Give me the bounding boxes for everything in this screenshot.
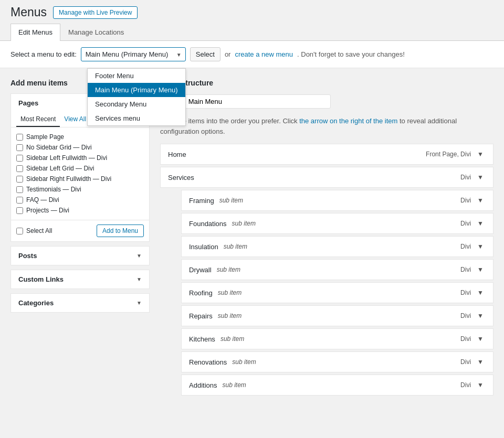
menu-item-badge: Divi	[460, 197, 471, 204]
tab-manage-locations[interactable]: Manage Locations	[60, 24, 132, 40]
menu-structure-title: Menu structure	[160, 79, 494, 87]
menu-name-row: Name	[160, 94, 494, 109]
menu-item-insulation: Insulation sub item Divi ▼	[181, 236, 494, 257]
menu-item-type: sub item	[219, 197, 243, 204]
select-button[interactable]: Select	[190, 47, 220, 61]
menu-item-chevron-icon[interactable]: ▼	[475, 173, 486, 182]
menu-item-badge: Front Page, Divi	[426, 151, 471, 158]
pages-tab-view-all[interactable]: View All	[60, 112, 90, 127]
menu-item-additions: Additions sub item Divi ▼	[181, 375, 494, 396]
menu-item-name: Repairs	[189, 312, 213, 320]
pages-tab-most-recent[interactable]: Most Recent	[16, 112, 60, 127]
page-label: Sample Page	[26, 133, 64, 141]
page-label: Sidebar Right Fullwidth — Divi	[26, 175, 111, 183]
page-checkbox-no-sidebar[interactable]	[16, 144, 23, 151]
right-panel: Menu structure Name Drag the items into …	[150, 79, 494, 398]
menu-item-renovations: Renovations sub item Divi ▼	[181, 351, 494, 372]
menu-select-dropdown[interactable]: Main Menu (Primary Menu)	[81, 47, 186, 61]
menu-item-home: Home Front Page, Divi ▼	[160, 144, 494, 165]
menu-item-right: Divi ▼	[460, 357, 486, 367]
menu-item-chevron-icon[interactable]: ▼	[475, 288, 486, 297]
list-item: FAQ — Divi	[16, 195, 144, 205]
menu-item-right: Divi ▼	[460, 288, 486, 297]
page-checkbox-sidebar-left-full[interactable]	[16, 155, 23, 162]
select-all-row: Select All Add to Menu	[11, 220, 149, 241]
menu-item-chevron-icon[interactable]: ▼	[475, 242, 486, 251]
page-checkbox-testimonials[interactable]	[16, 186, 23, 193]
menu-item-type: sub item	[224, 243, 247, 250]
list-item: Sample Page	[16, 132, 144, 142]
menu-item-right: Divi ▼	[460, 219, 486, 228]
dropdown-option-main[interactable]: Main Menu (Primary Menu)	[88, 83, 185, 97]
menu-item-chevron-icon[interactable]: ▼	[475, 311, 486, 321]
menu-item-framing: Framing sub item Divi ▼	[181, 190, 494, 211]
menu-item-chevron-icon[interactable]: ▼	[475, 219, 486, 228]
menu-item-chevron-icon[interactable]: ▼	[475, 149, 486, 159]
menu-item-repairs: Repairs sub item Divi ▼	[181, 305, 494, 326]
dropdown-option-services[interactable]: Services menu	[88, 111, 185, 125]
menu-item-badge: Divi	[460, 335, 471, 343]
posts-accordion-header[interactable]: Posts ▼	[11, 247, 149, 265]
page-checkbox-sample[interactable]	[16, 134, 23, 141]
list-item: No Sidebar Grid — Divi	[16, 142, 144, 153]
select-all-label: Select All	[16, 227, 52, 234]
menu-item-left: Renovations sub item	[189, 358, 256, 366]
menu-item-chevron-icon[interactable]: ▼	[475, 380, 486, 390]
menu-item-left: Additions sub item	[189, 381, 246, 389]
menu-name-input[interactable]	[184, 94, 331, 109]
page-label: No Sidebar Grid — Divi	[26, 144, 92, 151]
page-label: Sidebar Left Fullwidth — Divi	[26, 154, 107, 162]
menu-item-right: Divi ▼	[460, 380, 486, 390]
page-checkbox-faq[interactable]	[16, 197, 23, 204]
menu-item-type: sub item	[232, 220, 256, 227]
menu-item-chevron-icon[interactable]: ▼	[475, 357, 486, 367]
menu-item-name: Roofing	[189, 289, 213, 297]
categories-accordion: Categories ▼	[10, 293, 150, 313]
list-item: Sidebar Left Fullwidth — Divi	[16, 153, 144, 163]
page-label: Projects — Divi	[26, 207, 69, 214]
menu-item-name: Renovations	[189, 358, 227, 366]
menu-item-right: Front Page, Divi ▼	[426, 149, 486, 159]
dropdown-option-footer[interactable]: Footer Menu	[88, 69, 185, 83]
add-to-menu-button[interactable]: Add to Menu	[97, 225, 144, 237]
page-checkbox-projects[interactable]	[16, 207, 23, 214]
menu-item-type: sub item	[217, 266, 240, 273]
categories-accordion-header[interactable]: Categories ▼	[11, 294, 149, 312]
tab-edit-menus[interactable]: Edit Menus	[10, 24, 60, 41]
live-preview-button[interactable]: Manage with Live Preview	[53, 6, 138, 19]
posts-accordion: Posts ▼	[10, 246, 150, 265]
menu-item-kitchens: Kitchens sub item Divi ▼	[181, 328, 494, 349]
menu-item-chevron-icon[interactable]: ▼	[475, 265, 486, 274]
categories-label: Categories	[18, 299, 54, 307]
custom-links-accordion-header[interactable]: Custom Links ▼	[11, 270, 149, 289]
menu-item-name: Home	[168, 151, 186, 158]
page-checkbox-sidebar-right[interactable]	[16, 176, 23, 183]
menu-item-type: sub item	[232, 358, 256, 366]
list-item: Projects — Divi	[16, 205, 144, 216]
custom-links-accordion: Custom Links ▼	[10, 270, 150, 289]
menu-item-left: Services	[168, 174, 194, 181]
menu-dropdown-wrapper: Main Menu (Primary Menu) ▼	[81, 47, 186, 61]
menu-item-name: Drywall	[189, 266, 212, 274]
create-new-menu-link[interactable]: create a new menu	[235, 50, 293, 58]
select-all-text: Select All	[26, 227, 52, 234]
menu-item-left: Drywall sub item	[189, 266, 240, 274]
page-title: Menus	[10, 5, 47, 19]
menu-item-left: Home	[168, 151, 186, 158]
menu-item-name: Kitchens	[189, 335, 215, 343]
menu-item-chevron-icon[interactable]: ▼	[475, 334, 486, 344]
dropdown-option-secondary[interactable]: Secondary Menu	[88, 97, 185, 111]
menu-item-name: Insulation	[189, 243, 218, 251]
menu-item-badge: Divi	[460, 358, 471, 366]
drag-hint: Drag the items into the order you prefer…	[160, 116, 494, 136]
menu-item-type: sub item	[222, 381, 246, 389]
main-content: Add menu items Footer Menu Main Menu (Pr…	[0, 68, 504, 408]
menu-item-name: Foundations	[189, 220, 227, 228]
select-all-checkbox[interactable]	[16, 228, 23, 234]
page-checkbox-sidebar-left-grid[interactable]	[16, 165, 23, 172]
tabs-bar: Edit Menus Manage Locations	[0, 24, 504, 41]
left-panel: Add menu items Footer Menu Main Menu (Pr…	[10, 79, 150, 317]
menu-item-type: sub item	[218, 312, 242, 319]
menu-item-left: Foundations sub item	[189, 220, 256, 228]
menu-item-chevron-icon[interactable]: ▼	[475, 196, 486, 205]
